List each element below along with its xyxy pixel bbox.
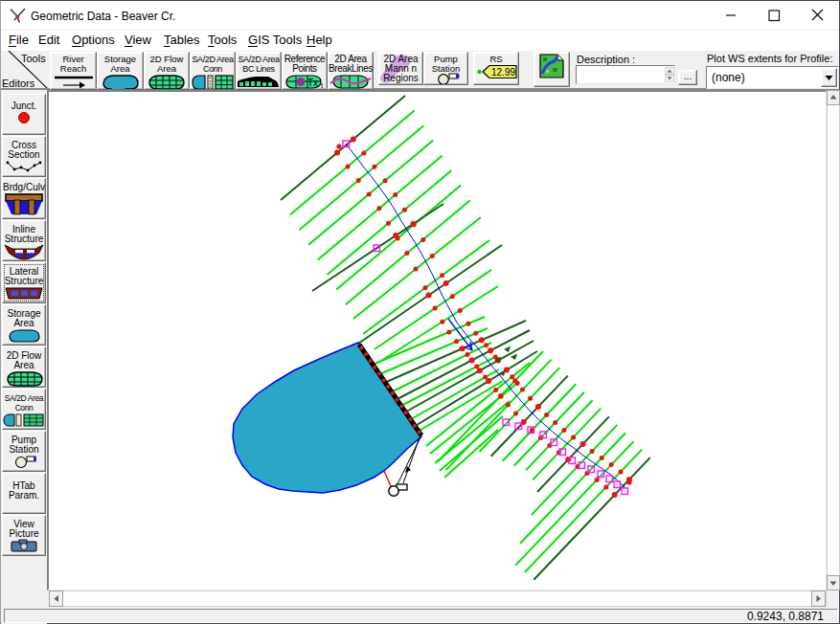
svg-text:Editors: Editors: [2, 78, 35, 88]
svg-text:12.99: 12.99: [491, 67, 515, 78]
svg-text:t: t: [321, 81, 324, 90]
svg-text:Tx: Tx: [307, 78, 318, 88]
svg-text:Tools: Tools: [21, 53, 46, 64]
